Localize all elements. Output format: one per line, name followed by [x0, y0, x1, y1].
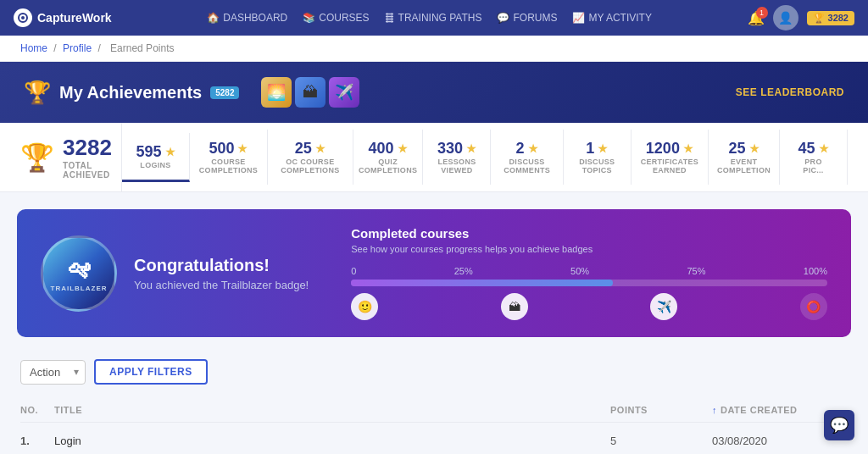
- table-header: NO. TITLE POINTS ↑ DATE CREATED: [20, 398, 848, 423]
- nav-right: 🔔 1 👤 🏆 3282: [748, 5, 854, 30]
- achievements-header: 🏆 My Achievements 5282 🌅 🏔 ✈️ SEE LEADER…: [0, 62, 868, 123]
- nav-dashboard[interactable]: 🏠 DASHBOARD: [207, 12, 287, 24]
- nav-links: 🏠 DASHBOARD 📚 COURSES 🛤 TRAINING PATHS 💬…: [132, 12, 727, 24]
- badge-3: ✈️: [329, 77, 359, 108]
- badge-emoji-1: 🙂: [351, 293, 378, 320]
- see-leaderboard-link[interactable]: SEE LEADERBOARD: [736, 86, 844, 98]
- badge-emoji-2: 🏔: [501, 293, 528, 320]
- progress-badge-4: ⭕: [800, 293, 827, 320]
- notification-badge: 1: [756, 7, 768, 19]
- congrats-banner: 🛩 TRAILBLAZER Congratulations! You achie…: [17, 209, 851, 337]
- avatar-placeholder: 👤: [778, 11, 793, 25]
- progress-badge-2: 🏔: [501, 293, 528, 320]
- row-no: 1.: [20, 435, 54, 447]
- stat-discuss-topics[interactable]: 1★ DISCUSS TOPICS: [564, 130, 632, 185]
- achievements-title: 🏆 My Achievements 5282: [24, 80, 239, 106]
- stat-logins[interactable]: 595★ LOGINS: [122, 133, 190, 182]
- forums-icon: 💬: [497, 12, 509, 24]
- trailblazer-badge: 🛩 TRAILBLAZER: [41, 235, 117, 312]
- badge-images: 🌅 🏔 ✈️: [261, 77, 359, 108]
- achievements-trophy-icon: 🏆: [24, 80, 51, 106]
- trophy-icon: 🏆: [813, 13, 825, 24]
- badge-emoji-4: ⭕: [800, 293, 827, 320]
- activity-icon: 📈: [572, 12, 585, 24]
- table-row: 1. Login 5 03/08/2020: [20, 423, 848, 454]
- stat-certificates[interactable]: 1200★ CERTIFICATES EARNED: [632, 130, 709, 185]
- logo-text: CaptureWork: [37, 11, 112, 25]
- breadcrumb-profile[interactable]: Profile: [63, 42, 92, 54]
- badge-emoji-3: ✈️: [650, 293, 677, 320]
- congrats-text: Congratulations! You achieved the Trailb…: [134, 256, 309, 291]
- col-header-no: NO.: [20, 405, 54, 415]
- total-label: TOTALACHIEVED: [63, 161, 112, 180]
- logo-icon: [14, 8, 32, 27]
- stat-discuss-comments[interactable]: 2★ DISCUSS COMMENTS: [491, 130, 563, 185]
- top-nav: CaptureWork 🏠 DASHBOARD 📚 COURSES 🛤 TRAI…: [0, 0, 868, 36]
- nav-forums[interactable]: 💬 FORUMS: [497, 12, 557, 24]
- svg-point-1: [21, 16, 25, 19]
- row-title: Login: [54, 435, 610, 447]
- breadcrumb-current: Earned Points: [110, 42, 174, 54]
- congrats-title: Congratulations!: [134, 256, 309, 275]
- col-header-title: TITLE: [54, 405, 610, 415]
- progress-fill: [351, 280, 613, 286]
- stat-total: 🏆 3282 TOTALACHIEVED: [20, 123, 122, 191]
- apply-filters-button[interactable]: APPLY FILTERS: [94, 359, 208, 385]
- courses-icon: 📚: [303, 12, 315, 24]
- logo[interactable]: CaptureWork: [14, 8, 112, 27]
- training-icon: 🛤: [385, 12, 395, 24]
- filter-row: Action APPLY FILTERS: [0, 346, 868, 398]
- badge-count: 5282: [210, 86, 239, 99]
- badge-2: 🏔: [295, 77, 326, 108]
- stat-oc-completions[interactable]: 25★ OC COURSE COMPLETIONS: [268, 130, 353, 185]
- sort-icon: ↑: [712, 405, 717, 415]
- action-select-wrapper[interactable]: Action: [20, 360, 86, 385]
- user-avatar[interactable]: 👤: [773, 5, 798, 30]
- dashboard-icon: 🏠: [207, 12, 220, 24]
- progress-badge-3: ✈️: [650, 293, 677, 320]
- progress-section: Completed courses See how your courses p…: [351, 226, 827, 320]
- stat-event-completion[interactable]: 25★ EVENT COMPLETION: [709, 130, 780, 185]
- nav-courses[interactable]: 📚 COURSES: [303, 12, 369, 24]
- total-num: 3282: [63, 135, 112, 161]
- progress-labels: 0 25% 50% 75% 100%: [351, 266, 827, 276]
- progress-bar-container: 0 25% 50% 75% 100% 🙂 🏔 ✈️: [351, 266, 827, 320]
- chat-icon: 💬: [830, 416, 849, 435]
- total-trophy-icon: 🏆: [20, 141, 54, 174]
- badge-1: 🌅: [261, 77, 292, 108]
- stat-course-completions[interactable]: 500★ COURSE COMPLETIONS: [190, 130, 268, 185]
- trophy-score: 🏆 3282: [807, 11, 854, 25]
- stat-quiz-completions[interactable]: 400★ QUIZ COMPLETIONS: [353, 130, 424, 185]
- breadcrumb: Home / Profile / Earned Points: [0, 36, 868, 62]
- row-points: 5: [610, 435, 712, 447]
- nav-my-activity[interactable]: 📈 MY ACTIVITY: [572, 12, 651, 24]
- chat-widget[interactable]: 💬: [824, 410, 854, 440]
- progress-title: Completed courses: [351, 226, 827, 241]
- progress-sub: See how your courses progress helps you …: [351, 244, 827, 254]
- progress-badge-icons: 🙂 🏔 ✈️ ⭕: [351, 293, 827, 320]
- nav-training-paths[interactable]: 🛤 TRAINING PATHS: [385, 12, 482, 24]
- stat-lessons-viewed[interactable]: 330★ LESSONS VIEWED: [423, 130, 491, 185]
- table-container: NO. TITLE POINTS ↑ DATE CREATED 1. Login…: [0, 398, 868, 454]
- progress-badge-1: 🙂: [351, 293, 378, 320]
- breadcrumb-home[interactable]: Home: [20, 42, 47, 54]
- progress-track: [351, 280, 827, 286]
- stats-bar: 🏆 3282 TOTALACHIEVED 595★ LOGINS 500★ CO…: [0, 123, 868, 192]
- col-header-points: POINTS: [610, 405, 712, 415]
- notification-bell[interactable]: 🔔 1: [748, 10, 765, 26]
- congrats-subtitle: You achieved the Trailblazer badge!: [134, 279, 309, 291]
- stat-pro-pic[interactable]: 45★ PRO PIC...: [780, 130, 848, 185]
- action-select[interactable]: Action: [20, 360, 86, 385]
